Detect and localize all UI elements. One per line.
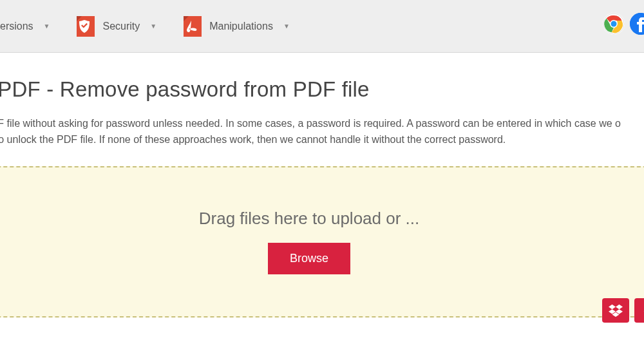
- cloud-button[interactable]: [634, 298, 644, 323]
- file-dropzone[interactable]: Drag files here to upload or ... Browse: [0, 166, 644, 317]
- facebook-icon[interactable]: [630, 13, 644, 35]
- dropbox-icon: [609, 303, 623, 317]
- svg-point-2: [611, 21, 617, 27]
- chevron-down-icon: ▼: [283, 23, 290, 30]
- lightning-icon: [641, 303, 644, 317]
- dropzone-prompt: Drag files here to upload or ...: [199, 209, 420, 229]
- nav-security-label: Security: [102, 21, 140, 32]
- nav-manipulations-label: Manipulations: [209, 21, 273, 32]
- cloud-source-buttons: [602, 298, 644, 323]
- shield-icon: [74, 16, 95, 37]
- page-description: s the PDF file without asking for passwo…: [0, 116, 644, 148]
- dropbox-button[interactable]: [602, 298, 629, 323]
- nav-conversions[interactable]: versions ▼: [0, 21, 50, 32]
- nav-conversions-label: versions: [0, 21, 33, 32]
- nav-menu: versions ▼ Security ▼ Manipulations ▼: [0, 16, 290, 37]
- nav-manipulations[interactable]: Manipulations ▼: [181, 16, 290, 37]
- page-title: ock PDF - Remove password from PDF file: [0, 77, 644, 102]
- chevron-down-icon: ▼: [44, 23, 50, 30]
- dropzone-wrapper: Drag files here to upload or ... Browse: [0, 166, 644, 317]
- top-right-icons: [603, 13, 644, 35]
- pdf-icon: [181, 16, 202, 37]
- chevron-down-icon: ▼: [150, 23, 156, 30]
- top-nav-bar: versions ▼ Security ▼ Manipulations ▼: [0, 0, 644, 53]
- nav-security[interactable]: Security ▼: [74, 16, 156, 37]
- main-content: ock PDF - Remove password from PDF file …: [0, 53, 644, 148]
- chrome-icon[interactable]: [603, 13, 625, 35]
- browse-button[interactable]: Browse: [268, 243, 350, 274]
